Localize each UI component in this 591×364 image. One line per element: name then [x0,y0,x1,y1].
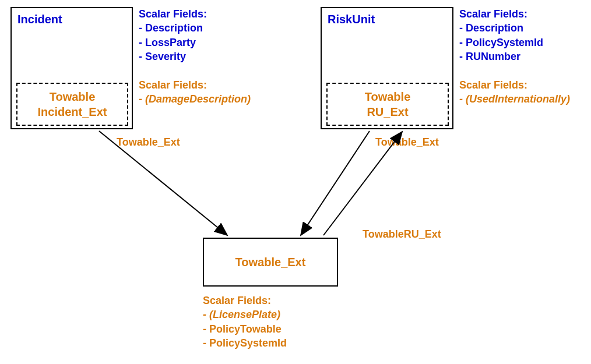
incident-scalar-header: Scalar Fields: [139,7,207,21]
riskunit-ext-line1: Towable [365,89,411,104]
rel-incident-to-towable: Towable_Ext [117,136,180,149]
incident-title: Incident [12,8,132,31]
riskunit-ext-box: Towable RU_Ext [326,83,449,126]
towable-scalar-fields: Scalar Fields: - (LicensePlate) - Policy… [203,294,287,350]
towable-scalar-header: Scalar Fields: [203,294,287,308]
incident-ext-field-1: - (DamageDescription) [139,92,251,106]
towable-ext-title: Towable_Ext [235,255,306,270]
riskunit-title: RiskUnit [322,8,452,31]
riskunit-field-1: - Description [459,21,543,35]
riskunit-box: RiskUnit Towable RU_Ext [321,7,453,129]
towable-field-1: - (LicensePlate) [203,308,287,321]
incident-ext-scalar-fields: Scalar Fields: - (DamageDescription) [139,78,251,107]
riskunit-ext-field-1: - (UsedInternationally) [459,92,570,106]
riskunit-field-2: - PolicySystemId [459,36,543,50]
rel-riskunit-to-towable: Towable_Ext [375,136,439,149]
riskunit-ext-line2: RU_Ext [367,104,408,119]
incident-field-3: - Severity [139,50,207,63]
arrow-riskunit-to-towable [301,131,370,235]
incident-ext-line1: Towable [50,89,96,104]
riskunit-ext-scalar-fields: Scalar Fields: - (UsedInternationally) [459,78,570,107]
incident-ext-box: Towable Incident_Ext [16,83,128,126]
riskunit-scalar-fields: Scalar Fields: - Description - PolicySys… [459,7,543,63]
towable-ext-box: Towable_Ext [203,238,338,287]
incident-box: Incident Towable Incident_Ext [10,7,133,129]
rel-towable-to-riskunit: TowableRU_Ext [363,228,441,241]
incident-scalar-fields: Scalar Fields: - Description - LossParty… [139,7,207,63]
incident-field-1: - Description [139,21,207,35]
incident-ext-line2: Incident_Ext [38,104,107,119]
riskunit-ext-scalar-header: Scalar Fields: [459,78,570,92]
towable-field-2: - PolicyTowable [203,322,287,336]
towable-field-3: - PolicySystemId [203,336,287,350]
riskunit-field-3: - RUNumber [459,50,543,63]
riskunit-scalar-header: Scalar Fields: [459,7,543,21]
incident-ext-scalar-header: Scalar Fields: [139,78,251,92]
incident-field-2: - LossParty [139,36,207,50]
